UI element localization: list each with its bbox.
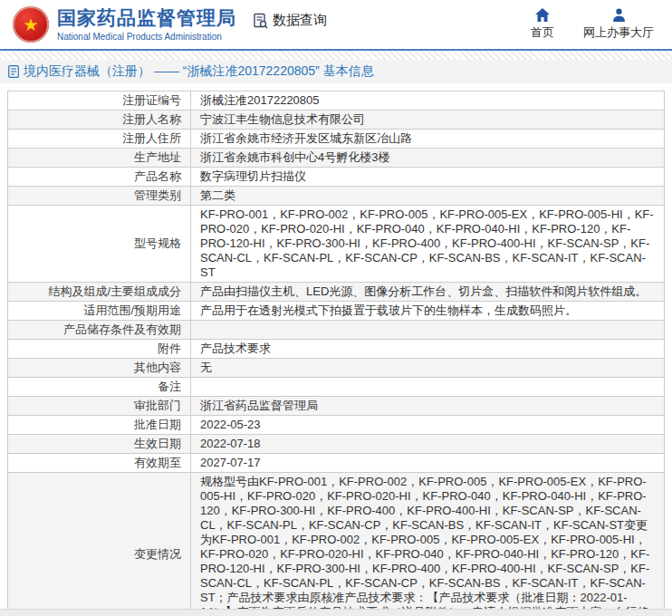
row-value: 2022-05-23 xyxy=(191,416,664,434)
row-value: 宁波江丰生物信息技术有限公司 xyxy=(191,111,664,129)
row-value: 浙江省药品监督管理局 xyxy=(191,397,664,415)
decor-stripe xyxy=(0,51,672,60)
table-row: 注册人名称宁波江丰生物信息技术有限公司 xyxy=(8,111,664,130)
national-emblem-icon: ★ xyxy=(13,6,49,43)
table-row: 生产地址浙江省余姚市科创中心4号孵化楼3楼 xyxy=(8,149,664,168)
nav-home[interactable]: 首页 xyxy=(531,8,554,41)
table-row: 生效日期2022-07-18 xyxy=(8,435,664,454)
table-row: 产品名称数字病理切片扫描仪 xyxy=(8,168,664,187)
table-row: 其他内容无 xyxy=(8,359,664,378)
row-value: 产品技术要求 xyxy=(191,340,664,358)
site-header: ★ 国家药品监督管理局 National Medical Products Ad… xyxy=(0,0,672,51)
org-title-block: 国家药品监督管理局 National Medical Products Admi… xyxy=(57,7,236,41)
nav-service-hall[interactable]: 网上办事大厅 xyxy=(583,8,654,41)
table-row: 产品储存条件及有效期 xyxy=(8,321,664,340)
row-value: 产品由扫描仪主机、LED光源、图像分析工作台、切片盒、扫描软件和阅片软件组成。 xyxy=(191,283,664,301)
document-icon xyxy=(8,65,19,78)
row-label: 生效日期 xyxy=(8,435,191,453)
row-value: 浙江省余姚市科创中心4号孵化楼3楼 xyxy=(191,149,664,167)
row-value: KF-PRO-001，KF-PRO-002，KF-PRO-005，KF-PRO-… xyxy=(191,206,664,282)
row-label: 结构及组成/主要组成成分 xyxy=(8,283,191,301)
row-label: 审批部门 xyxy=(8,397,191,415)
table-row: 有效期至2027-07-17 xyxy=(8,454,664,473)
emblem-star-icon: ★ xyxy=(23,16,38,34)
row-value: 2022-07-18 xyxy=(191,435,664,453)
breadcrumb-text: 境内医疗器械（注册） —— “浙械注准20172220805” 基本信息 xyxy=(24,63,374,80)
row-label: 注册证编号 xyxy=(8,91,191,110)
row-label: 注册人住所 xyxy=(8,130,191,148)
row-value: 规格型号由KF-PRO-001，KF-PRO-002，KF-PRO-005，KF… xyxy=(191,473,664,616)
row-value: 第二类 xyxy=(191,187,664,205)
row-value: 无 xyxy=(191,359,664,377)
row-label: 管理类别 xyxy=(8,187,191,205)
row-value: 产品用于在透射光模式下拍摄置于载玻片下的生物样本，生成数码照片。 xyxy=(191,302,664,320)
nmpa-logo[interactable]: ★ 国家药品监督管理局 National Medical Products Ad… xyxy=(13,6,236,43)
row-label: 适用范围/预期用途 xyxy=(8,302,191,320)
row-label: 有效期至 xyxy=(8,454,191,472)
row-value xyxy=(191,321,664,339)
nav-data-query-label: 数据查询 xyxy=(273,12,327,29)
table-row: 变更情况规格型号由KF-PRO-001，KF-PRO-002，KF-PRO-00… xyxy=(8,473,664,616)
table-row: 备注 xyxy=(8,378,664,397)
row-label: 型号规格 xyxy=(8,206,191,282)
row-value: 2027-07-17 xyxy=(191,454,664,472)
nav-data-query[interactable]: 数据查询 xyxy=(253,12,327,29)
row-value xyxy=(191,378,664,396)
org-name-cn: 国家药品监督管理局 xyxy=(57,7,236,29)
row-label: 变更情况 xyxy=(8,473,191,616)
footer-strip xyxy=(0,609,672,616)
table-row: 注册证编号浙械注准20172220805 xyxy=(8,91,664,111)
table-row: 适用范围/预期用途产品用于在透射光模式下拍摄置于载玻片下的生物样本，生成数码照片… xyxy=(8,302,664,321)
table-row: 管理类别第二类 xyxy=(8,187,664,206)
row-label: 批准日期 xyxy=(8,416,191,434)
home-icon xyxy=(535,8,550,22)
row-label: 生产地址 xyxy=(8,149,191,167)
table-row: 结构及组成/主要组成成分产品由扫描仪主机、LED光源、图像分析工作台、切片盒、扫… xyxy=(8,283,664,302)
table-row: 型号规格KF-PRO-001，KF-PRO-002，KF-PRO-005，KF-… xyxy=(8,206,664,283)
row-label: 注册人名称 xyxy=(8,111,191,129)
table-row: 注册人住所浙江省余姚市经济开发区城东新区冶山路 xyxy=(8,130,664,149)
row-value: 浙江省余姚市经济开发区城东新区冶山路 xyxy=(191,130,664,148)
data-query-icon xyxy=(253,13,269,29)
user-icon xyxy=(612,8,626,22)
row-label: 产品名称 xyxy=(8,168,191,186)
row-label: 其他内容 xyxy=(8,359,191,377)
row-value: 浙械注准20172220805 xyxy=(191,91,664,110)
org-name-en: National Medical Products Administration xyxy=(57,32,236,42)
breadcrumb: 境内医疗器械（注册） —— “浙械注准20172220805” 基本信息 xyxy=(0,60,672,83)
row-value: 数字病理切片扫描仪 xyxy=(191,168,664,186)
table-row: 批准日期2022-05-23 xyxy=(8,416,664,435)
nav-service-hall-label: 网上办事大厅 xyxy=(583,24,654,41)
registration-info-table: 注册证编号浙械注准20172220805 注册人名称宁波江丰生物信息技术有限公司… xyxy=(7,91,665,616)
header-right-nav: 首页 网上办事大厅 xyxy=(531,8,654,41)
table-row: 审批部门浙江省药品监督管理局 xyxy=(8,397,664,416)
nav-home-label: 首页 xyxy=(531,24,554,41)
row-label: 附件 xyxy=(8,340,191,358)
table-row: 附件产品技术要求 xyxy=(8,340,664,359)
row-label: 备注 xyxy=(8,378,191,396)
row-label: 产品储存条件及有效期 xyxy=(8,321,191,339)
